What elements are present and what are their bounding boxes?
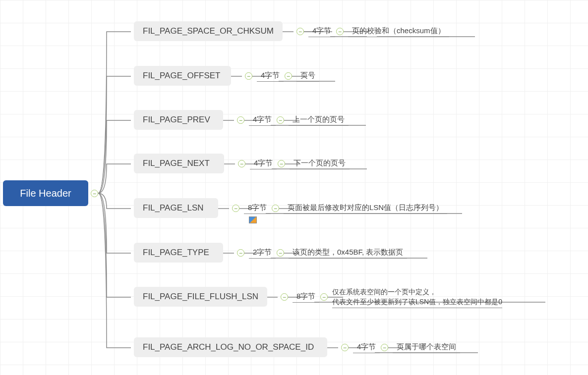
size-label: 4字节	[353, 342, 380, 353]
size-node[interactable]: 8字节	[293, 292, 319, 303]
field-label: FIL_PAGE_NEXT	[143, 159, 210, 168]
field-label: FIL_PAGE_ARCH_LOG_NO_OR_SPACE_ID	[143, 342, 314, 352]
field-node-7[interactable]: FIL_PAGE_ARCH_LOG_NO_OR_SPACE_ID	[134, 337, 327, 357]
desc-node[interactable]: 下一个页的页号	[290, 159, 350, 169]
desc-node[interactable]: 页的校验和（checksum值）	[348, 26, 449, 37]
desc-node[interactable]: 页号	[296, 71, 319, 82]
desc-node[interactable]: 上一个页的页号	[289, 115, 349, 126]
field-node-5[interactable]: FIL_PAGE_TYPE	[134, 243, 223, 263]
size-expander[interactable]: −	[336, 28, 344, 35]
desc-label: 页号	[296, 71, 319, 82]
field-node-2[interactable]: FIL_PAGE_PREV	[134, 110, 223, 130]
root-node[interactable]: File Header	[3, 180, 88, 206]
field-expander[interactable]: −	[341, 344, 349, 351]
desc-line: 仅在系统表空间的一个页中定义，	[332, 287, 502, 297]
size-expander[interactable]: −	[320, 293, 328, 301]
size-expander[interactable]: −	[278, 160, 285, 167]
desc-label: 页的校验和（checksum值）	[348, 26, 449, 37]
size-label: 8字节	[293, 292, 319, 303]
root-label: File Header	[20, 188, 71, 199]
size-expander[interactable]: −	[285, 72, 292, 80]
size-node[interactable]: 8字节	[244, 203, 271, 214]
field-label: FIL_PAGE_TYPE	[143, 248, 209, 258]
desc-label: 下一个页的页号	[290, 159, 350, 169]
root-expander[interactable]: −	[91, 190, 98, 197]
size-expander[interactable]: −	[272, 205, 279, 212]
desc-line: 代表文件至少被更新到了该LSN值，独立表空间中都是0	[332, 297, 502, 307]
field-expander[interactable]: −	[281, 293, 288, 301]
size-expander[interactable]: −	[381, 344, 388, 351]
field-expander[interactable]: −	[238, 160, 245, 167]
size-node[interactable]: 4字节	[257, 71, 284, 82]
size-expander[interactable]: −	[277, 249, 284, 257]
size-node[interactable]: 2字节	[249, 248, 276, 259]
desc-node-multi[interactable]: 仅在系统表空间的一个页中定义，代表文件至少被更新到了该LSN值，独立表空间中都是…	[332, 287, 502, 308]
size-node[interactable]: 4字节	[250, 159, 277, 169]
size-label: 8字节	[244, 203, 271, 214]
size-label: 4字节	[257, 71, 284, 82]
desc-label: 页属于哪个表空间	[393, 342, 460, 353]
size-node[interactable]: 4字节	[353, 342, 380, 353]
size-node[interactable]: 4字节	[308, 26, 335, 37]
desc-node[interactable]: 该页的类型，0x45BF, 表示数据页	[289, 248, 407, 259]
field-label: FIL_PAGE_OFFSET	[143, 71, 221, 81]
field-expander[interactable]: −	[296, 28, 304, 35]
field-node-0[interactable]: FIL_PAGE_SPACE_OR_CHKSUM	[134, 21, 283, 41]
field-expander[interactable]: −	[232, 205, 239, 212]
size-label: 4字节	[250, 159, 277, 169]
field-label: FIL_PAGE_PREV	[143, 115, 210, 125]
desc-label: 上一个页的页号	[289, 115, 349, 126]
desc-label: 页面被最后修改时对应的LSN值（日志序列号）	[284, 203, 447, 214]
field-node-4[interactable]: FIL_PAGE_LSN	[134, 198, 218, 218]
desc-node[interactable]: 页属于哪个表空间	[393, 342, 460, 353]
size-label: 4字节	[249, 115, 276, 126]
field-node-3[interactable]: FIL_PAGE_NEXT	[134, 154, 224, 173]
size-node[interactable]: 4字节	[249, 115, 276, 126]
desc-label: 该页的类型，0x45BF, 表示数据页	[289, 248, 407, 259]
field-expander[interactable]: −	[237, 249, 244, 257]
field-label: FIL_PAGE_LSN	[143, 203, 204, 213]
field-label: FIL_PAGE_FILE_FLUSH_LSN	[143, 292, 258, 302]
desc-node[interactable]: 页面被最后修改时对应的LSN值（日志序列号）	[284, 203, 447, 214]
field-node-1[interactable]: FIL_PAGE_OFFSET	[134, 66, 231, 86]
size-label: 2字节	[249, 248, 276, 259]
size-label: 4字节	[308, 26, 335, 37]
note-icon[interactable]	[249, 216, 257, 223]
size-expander[interactable]: −	[277, 116, 284, 124]
field-node-6[interactable]: FIL_PAGE_FILE_FLUSH_LSN	[134, 287, 267, 307]
field-expander[interactable]: −	[245, 72, 252, 80]
field-expander[interactable]: −	[237, 116, 244, 124]
field-label: FIL_PAGE_SPACE_OR_CHKSUM	[143, 26, 274, 36]
